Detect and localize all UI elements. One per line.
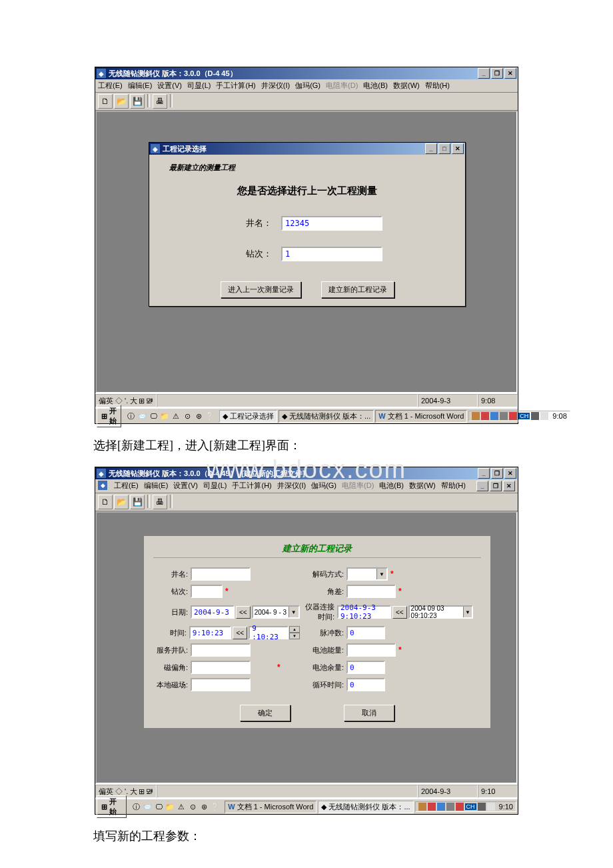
ime-indicator[interactable]: CH: [518, 413, 530, 419]
menu-item[interactable]: 帮助(H): [441, 481, 466, 491]
print-icon[interactable]: 🖶: [153, 94, 167, 109]
minimize-button[interactable]: _: [478, 468, 490, 479]
tray-icon[interactable]: [456, 803, 464, 811]
decode-dropdown[interactable]: ▼: [346, 567, 388, 581]
child-restore-button[interactable]: ❐: [490, 481, 502, 491]
tray-icon[interactable]: [490, 412, 498, 420]
time-sync-button[interactable]: <<: [233, 627, 247, 639]
well-name-input[interactable]: 12345: [281, 216, 382, 231]
ql-icon[interactable]: ❔: [205, 411, 215, 421]
ql-icon[interactable]: ⓘ: [125, 411, 136, 421]
print-icon[interactable]: 🖶: [153, 495, 167, 509]
child-minimize-button[interactable]: _: [476, 481, 488, 491]
new-icon[interactable]: 🗋: [98, 495, 113, 509]
ql-icon[interactable]: 📨: [137, 411, 147, 421]
enter-previous-button[interactable]: 进入上一次测量记录: [221, 281, 301, 298]
close-button[interactable]: ✕: [452, 143, 464, 154]
mag-dec-input[interactable]: [191, 661, 251, 674]
menu-item[interactable]: 司显(L): [187, 81, 211, 91]
taskbar-item[interactable]: W 文档 1 - Microsoft Word: [225, 801, 316, 813]
tray-icon[interactable]: [418, 803, 426, 811]
angle-diff-input[interactable]: [346, 585, 396, 598]
ql-icon[interactable]: 🖵: [148, 411, 159, 421]
menu-item[interactable]: 司显(L): [203, 481, 227, 491]
tray-icon[interactable]: [437, 803, 445, 811]
tray-icon[interactable]: [540, 412, 548, 420]
close-button[interactable]: ✕: [504, 468, 516, 479]
date-sync-button[interactable]: <<: [236, 606, 251, 619]
conn-time-picker[interactable]: 2004 09 03 09:10:23▼: [408, 605, 473, 619]
maximize-button[interactable]: ❐: [491, 468, 503, 479]
menu-item[interactable]: 电池(B): [379, 481, 404, 491]
tray-icon[interactable]: [500, 412, 508, 420]
start-button[interactable]: ⊞ 开始: [97, 405, 121, 427]
menu-item[interactable]: 井深仪(I): [261, 81, 290, 91]
cycle-input[interactable]: 0: [346, 678, 385, 691]
start-button[interactable]: ⊞ 开始: [97, 795, 127, 818]
tray-icon[interactable]: [428, 803, 436, 811]
open-icon[interactable]: 📂: [114, 495, 129, 509]
menu-item[interactable]: 帮助(H): [425, 81, 450, 91]
tray-icon[interactable]: [478, 803, 486, 811]
tray-icon[interactable]: [509, 412, 517, 420]
maximize-button[interactable]: □: [438, 143, 450, 154]
time-spinner[interactable]: ▲▼: [289, 626, 300, 639]
run-input[interactable]: 1: [281, 247, 382, 261]
ql-icon[interactable]: ⚠: [171, 411, 181, 421]
menu-item[interactable]: 数据(W): [393, 81, 420, 91]
child-window-icon[interactable]: ◆: [98, 481, 107, 490]
close-button[interactable]: ✕: [504, 68, 516, 79]
conn-time-input[interactable]: 2004-9-3 9:10:23: [337, 605, 391, 619]
spinner-down-icon[interactable]: ▼: [289, 633, 300, 639]
menu-item[interactable]: 工程(E): [114, 481, 139, 491]
tray-icon[interactable]: [531, 412, 539, 420]
menu-item[interactable]: 设置(V): [173, 481, 198, 491]
save-icon[interactable]: 💾: [130, 495, 145, 509]
taskbar-item[interactable]: ◆ 工程记录选择: [219, 410, 277, 423]
ql-icon[interactable]: ⓘ: [131, 801, 141, 812]
menu-item[interactable]: 工程(E): [98, 81, 123, 91]
new-icon[interactable]: 🗋: [98, 94, 113, 109]
save-icon[interactable]: 💾: [130, 94, 145, 109]
ql-icon[interactable]: ❔: [210, 801, 221, 812]
ql-icon[interactable]: 🖵: [153, 801, 164, 812]
ql-icon[interactable]: ⊙: [187, 801, 198, 812]
minimize-button[interactable]: _: [425, 143, 437, 154]
new-project-button[interactable]: 建立新的工程记录: [321, 281, 394, 298]
spinner-up-icon[interactable]: ▲: [289, 626, 300, 633]
ok-button[interactable]: 确定: [240, 705, 291, 721]
maximize-button[interactable]: ❐: [491, 68, 503, 79]
menu-item[interactable]: 伽玛(G): [311, 481, 336, 491]
battery-rem-input[interactable]: 0: [346, 661, 385, 674]
taskbar-item[interactable]: ◆ 无线随钻测斜仪 版本：...: [279, 410, 374, 423]
ime-indicator[interactable]: CH: [465, 803, 476, 810]
menu-item[interactable]: 井深仪(I): [277, 481, 306, 491]
menu-item[interactable]: 手工计算(H): [232, 481, 271, 491]
taskbar-item[interactable]: W 文档 1 - Microsoft Word: [375, 410, 467, 423]
ql-icon[interactable]: 📁: [165, 801, 175, 812]
ql-icon[interactable]: 📁: [159, 411, 170, 421]
menu-item[interactable]: 数据(W): [409, 481, 436, 491]
ql-icon[interactable]: ⊛: [199, 801, 209, 812]
open-icon[interactable]: 📂: [114, 94, 129, 109]
ql-icon[interactable]: ⊛: [193, 411, 204, 421]
conn-time-sync-button[interactable]: <<: [392, 606, 407, 619]
tray-icon[interactable]: [446, 803, 454, 811]
dropdown-arrow-icon[interactable]: ▼: [376, 569, 386, 579]
time-input[interactable]: 9:10:23: [189, 626, 232, 639]
tray-icon[interactable]: [481, 412, 489, 420]
menu-item[interactable]: 编辑(E): [144, 481, 169, 491]
run-input[interactable]: [191, 585, 223, 598]
well-name-input[interactable]: [191, 567, 251, 581]
time-spinner-input[interactable]: 9 :10:23: [249, 626, 289, 639]
menu-item[interactable]: 伽玛(G): [295, 81, 320, 91]
dropdown-arrow-icon[interactable]: ▼: [289, 607, 299, 617]
tray-icon[interactable]: [472, 412, 480, 420]
ql-icon[interactable]: 📨: [142, 801, 153, 812]
battery-cap-input[interactable]: [346, 643, 396, 657]
tray-icon[interactable]: [487, 803, 495, 811]
dropdown-arrow-icon[interactable]: ▼: [463, 607, 472, 617]
child-close-button[interactable]: ✕: [503, 481, 515, 491]
menu-item[interactable]: 电池(B): [363, 81, 388, 91]
date-picker[interactable]: 2004- 9 - 3▼: [252, 605, 300, 619]
